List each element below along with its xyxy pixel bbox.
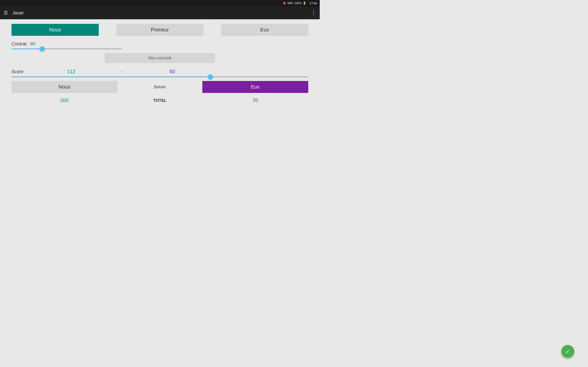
belote-label: Belote	[117, 81, 202, 93]
coinche-button[interactable]: Non coinché	[105, 53, 215, 63]
score-header: Score 112 - 50	[11, 69, 308, 75]
battery-icon: 🔋	[303, 2, 306, 5]
status-time: 17:09	[309, 2, 317, 5]
app-bar-left: ☰ Jouer	[4, 10, 24, 16]
coinche-section: Non coinché	[11, 53, 308, 63]
battery-label: 100%	[294, 2, 302, 5]
score-label: Score	[11, 69, 39, 74]
contract-slider-thumb[interactable]	[40, 46, 45, 51]
score-slider-container	[11, 76, 308, 77]
main-content: Nous Preneur Eux Contrat 90 Non coinché …	[0, 19, 320, 199]
eux-button[interactable]: Eux	[221, 24, 308, 36]
nous-button[interactable]: Nous	[11, 24, 99, 36]
belote-eux-button[interactable]: Eux	[202, 81, 308, 93]
contract-slider-container	[11, 48, 308, 49]
mute-icon: 🔕	[283, 2, 286, 5]
status-bar: 🔕 WiFi 100% 🔋 17:09	[0, 0, 320, 6]
contract-label: Contrat	[11, 41, 27, 47]
score-dash: -	[103, 69, 140, 75]
wifi-icon: WiFi	[288, 2, 293, 5]
score-section: Score 112 - 50	[11, 69, 308, 77]
app-bar: ☰ Jouer ⋮	[0, 6, 320, 19]
preneur-button[interactable]: Preneur	[116, 24, 204, 36]
contract-row: Contrat 90	[11, 41, 308, 47]
status-icons: 🔕 WiFi 100% 🔋	[283, 2, 306, 5]
score-slider-thumb[interactable]	[208, 74, 213, 79]
total-nous: 200	[11, 98, 117, 103]
more-icon[interactable]: ⋮	[311, 10, 316, 16]
score-eux: 50	[140, 69, 204, 75]
belote-row: Nous Belote Eux	[11, 81, 308, 93]
score-slider-fill	[11, 76, 210, 77]
contract-slider-fill	[11, 48, 42, 49]
score-nous: 112	[39, 69, 103, 75]
total-row: 200 TOTAL 70	[11, 98, 308, 103]
total-eux: 70	[202, 98, 308, 103]
belote-nous-button[interactable]: Nous	[11, 81, 117, 93]
total-label: TOTAL	[117, 98, 202, 103]
app-title: Jouer	[12, 10, 24, 16]
contract-slider[interactable]	[11, 48, 122, 49]
team-selector: Nous Preneur Eux	[11, 24, 308, 36]
score-slider[interactable]	[11, 76, 308, 77]
hamburger-icon[interactable]: ☰	[4, 10, 8, 16]
contract-value: 90	[30, 41, 35, 47]
